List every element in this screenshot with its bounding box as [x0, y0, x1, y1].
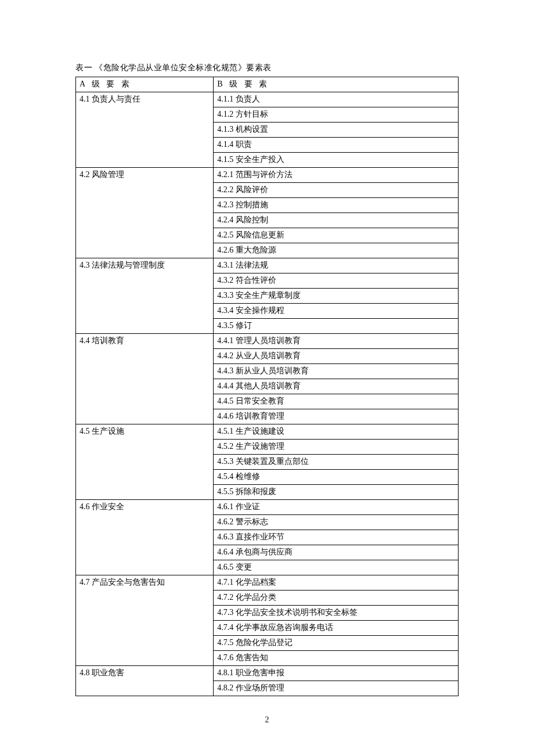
- b-level-cell: 4.5.1 生产设施建设: [214, 424, 459, 440]
- b-level-cell: 4.7.4 化学事故应急咨询服务电话: [214, 621, 459, 636]
- table-row: 4.3 法律法规与管理制度4.3.1 法律法规: [76, 258, 459, 273]
- a-level-cell: 4.2 风险管理: [76, 168, 214, 258]
- b-level-cell: 4.4.4 其他人员培训教育: [214, 379, 459, 394]
- b-level-cell: 4.6.5 变更: [214, 560, 459, 575]
- page-number: 2: [0, 715, 534, 725]
- table-row: 4.7 产品安全与危害告知4.7.1 化学品档案: [76, 575, 459, 591]
- b-level-cell: 4.8.2 作业场所管理: [214, 681, 459, 696]
- b-level-cell: 4.7.6 危害告知: [214, 651, 459, 666]
- b-level-cell: 4.7.5 危险化学品登记: [214, 636, 459, 651]
- b-level-cell: 4.6.3 直接作业环节: [214, 530, 459, 545]
- b-level-cell: 4.4.6 培训教育管理: [214, 409, 459, 424]
- table-row: 4.6 作业安全4.6.1 作业证: [76, 500, 459, 515]
- b-level-cell: 4.4.3 新从业人员培训教育: [214, 364, 459, 379]
- a-level-cell: 4.1 负责人与责任: [76, 92, 214, 168]
- table-header-row: A 级 要 素 B 级 要 素: [76, 77, 459, 92]
- table-row: 4.8 职业危害4.8.1 职业危害申报: [76, 666, 459, 681]
- b-level-cell: 4.7.1 化学品档案: [214, 575, 459, 591]
- table-caption: 表一 《危险化学品从业单位安全标准化规范》要素表: [75, 63, 459, 73]
- b-level-cell: 4.5.5 拆除和报废: [214, 485, 459, 500]
- b-level-cell: 4.4.2 从业人员培训教育: [214, 349, 459, 364]
- b-level-cell: 4.2.2 风险评价: [214, 183, 459, 198]
- b-level-cell: 4.1.5 安全生产投入: [214, 153, 459, 168]
- a-level-cell: 4.8 职业危害: [76, 666, 214, 696]
- b-level-cell: 4.8.1 职业危害申报: [214, 666, 459, 681]
- b-level-cell: 4.2.5 风险信息更新: [214, 228, 459, 243]
- elements-table: A 级 要 素 B 级 要 素 4.1 负责人与责任4.1.1 负责人4.1.2…: [75, 77, 459, 696]
- table-row: 4.2 风险管理4.2.1 范围与评价方法: [76, 168, 459, 183]
- b-level-cell: 4.5.4 检维修: [214, 470, 459, 485]
- a-level-cell: 4.3 法律法规与管理制度: [76, 258, 214, 334]
- table-row: 4.5 生产设施4.5.1 生产设施建设: [76, 424, 459, 440]
- b-level-cell: 4.1.1 负责人: [214, 92, 459, 107]
- b-level-cell: 4.2.1 范围与评价方法: [214, 168, 459, 183]
- a-level-cell: 4.5 生产设施: [76, 424, 214, 500]
- a-level-cell: 4.7 产品安全与危害告知: [76, 575, 214, 666]
- b-level-cell: 4.4.5 日常安全教育: [214, 394, 459, 409]
- b-level-cell: 4.1.2 方针目标: [214, 107, 459, 123]
- b-level-cell: 4.6.1 作业证: [214, 500, 459, 515]
- b-level-cell: 4.4.1 管理人员培训教育: [214, 334, 459, 349]
- b-level-cell: 4.2.6 重大危险源: [214, 243, 459, 258]
- b-level-cell: 4.3.2 符合性评价: [214, 273, 459, 289]
- header-b: B 级 要 素: [214, 77, 459, 92]
- b-level-cell: 4.6.2 警示标志: [214, 515, 459, 530]
- b-level-cell: 4.2.3 控制措施: [214, 198, 459, 213]
- b-level-cell: 4.3.3 安全生产规章制度: [214, 289, 459, 304]
- a-level-cell: 4.4 培训教育: [76, 334, 214, 424]
- b-level-cell: 4.1.3 机构设置: [214, 123, 459, 138]
- b-level-cell: 4.3.5 修订: [214, 319, 459, 334]
- b-level-cell: 4.3.1 法律法规: [214, 258, 459, 273]
- b-level-cell: 4.6.4 承包商与供应商: [214, 545, 459, 560]
- header-a: A 级 要 素: [76, 77, 214, 92]
- table-row: 4.1 负责人与责任4.1.1 负责人: [76, 92, 459, 107]
- b-level-cell: 4.7.3 化学品安全技术说明书和安全标签: [214, 606, 459, 621]
- b-level-cell: 4.7.2 化学品分类: [214, 591, 459, 606]
- a-level-cell: 4.6 作业安全: [76, 500, 214, 575]
- table-row: 4.4 培训教育4.4.1 管理人员培训教育: [76, 334, 459, 349]
- b-level-cell: 4.2.4 风险控制: [214, 213, 459, 228]
- b-level-cell: 4.5.2 生产设施管理: [214, 440, 459, 455]
- b-level-cell: 4.3.4 安全操作规程: [214, 304, 459, 319]
- b-level-cell: 4.1.4 职责: [214, 138, 459, 153]
- b-level-cell: 4.5.3 关键装置及重点部位: [214, 455, 459, 470]
